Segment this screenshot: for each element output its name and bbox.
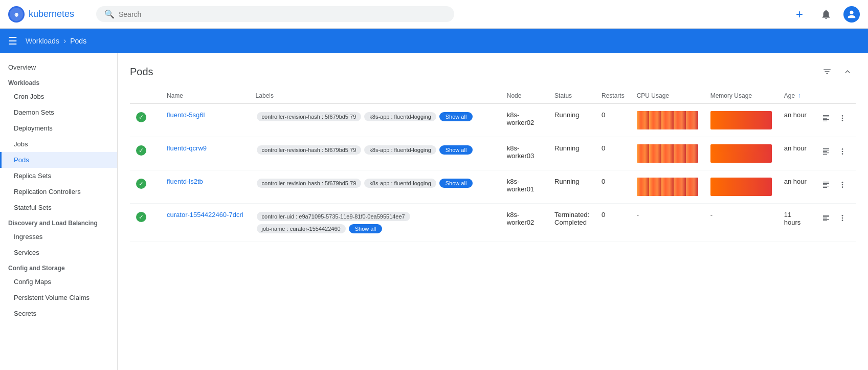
sort-arrow-icon: ↑ (797, 92, 800, 99)
pod-status-icon-cell: ✓ (130, 204, 161, 242)
search-input[interactable] (119, 10, 446, 18)
pod-restarts-cell: 0 (595, 170, 631, 204)
col-labels: Labels (250, 88, 501, 104)
pod-status-text-cell: Running (548, 170, 595, 204)
sidebar-item-jobs[interactable]: Jobs (0, 136, 117, 152)
memory-bar (710, 111, 772, 129)
pod-more-button[interactable] (835, 178, 850, 192)
pod-logs-button[interactable] (819, 144, 833, 159)
collapse-button[interactable] (839, 63, 856, 80)
pod-name-cell[interactable]: curator-1554422460-7dcrl (161, 204, 250, 242)
show-all-button[interactable]: Show all (439, 145, 473, 155)
pod-status-text-cell: Terminated: Completed (548, 204, 595, 242)
pod-status-icon: ✓ (136, 112, 146, 122)
pod-name-link[interactable]: fluentd-qcrw9 (167, 144, 207, 152)
sidebar-section-config: Config and Storage (0, 260, 117, 274)
pod-node-cell: k8s-worker02 (501, 204, 548, 242)
pod-status-icon-cell: ✓ (130, 170, 161, 204)
pod-logs-button[interactable] (819, 211, 833, 225)
top-nav: ⎈ kubernetes 🔍 + (0, 0, 868, 29)
sidebar-section-workloads: Workloads (0, 75, 117, 89)
pod-name-cell[interactable]: fluentd-ls2tb (161, 170, 250, 204)
sidebar-item-cron-jobs[interactable]: Cron Jobs (0, 89, 117, 104)
logo-text: kubernetes (29, 9, 74, 19)
table-row: ✓fluentd-ls2tbcontroller-revision-hash :… (130, 170, 856, 204)
pod-restarts-cell: 0 (595, 104, 631, 137)
pod-node-cell: k8s-worker02 (501, 104, 548, 137)
col-name-label[interactable]: Name (161, 88, 250, 104)
svg-point-9 (842, 182, 843, 183)
add-button[interactable]: + (790, 5, 809, 24)
pod-name-link[interactable]: curator-1554422460-7dcrl (167, 211, 243, 219)
notifications-button[interactable] (817, 5, 835, 24)
search-icon: 🔍 (104, 9, 115, 19)
sidebar-item-ingresses[interactable]: Ingresses (0, 229, 117, 245)
svg-point-14 (842, 220, 843, 221)
sidebar-item-stateful-sets[interactable]: Stateful Sets (0, 200, 117, 215)
sidebar: Overview Workloads Cron Jobs Daemon Sets… (0, 53, 118, 370)
pod-status-icon: ✓ (136, 145, 146, 156)
sidebar-item-daemon-sets[interactable]: Daemon Sets (0, 104, 117, 120)
col-cpu-usage: CPU Usage (631, 88, 704, 104)
pod-more-button[interactable] (835, 211, 850, 225)
sidebar-item-overview[interactable]: Overview (0, 59, 117, 75)
pod-name-cell[interactable]: fluentd-5sg6l (161, 104, 250, 137)
sidebar-item-replica-sets[interactable]: Replica Sets (0, 168, 117, 184)
pod-node-cell: k8s-worker03 (501, 137, 548, 170)
pod-memory-cell (704, 137, 778, 170)
label-chip: job-name : curator-1554422460 (257, 224, 346, 233)
nav-actions: + (790, 5, 860, 24)
hamburger-menu-icon[interactable]: ☰ (8, 35, 17, 47)
pod-age-cell: an hour (778, 104, 813, 137)
pod-status-icon-cell: ✓ (130, 104, 161, 137)
sidebar-item-services[interactable]: Services (0, 245, 117, 260)
show-all-button[interactable]: Show all (439, 112, 473, 121)
pod-actions-cell (813, 104, 856, 137)
sidebar-item-replication-controllers[interactable]: Replication Controllers (0, 184, 117, 200)
pod-actions-cell (813, 204, 856, 242)
pod-memory-cell (704, 170, 778, 204)
table-row: ✓fluentd-5sg6lcontroller-revision-hash :… (130, 104, 856, 137)
sidebar-item-deployments[interactable]: Deployments (0, 120, 117, 136)
show-all-button[interactable]: Show all (349, 224, 383, 233)
sidebar-item-pods[interactable]: Pods (0, 152, 117, 168)
sidebar-item-config-maps[interactable]: Config Maps (0, 274, 117, 290)
breadcrumb-current: Pods (70, 37, 86, 45)
svg-point-6 (842, 148, 843, 150)
pod-actions-cell (813, 170, 856, 204)
search-bar[interactable]: 🔍 (96, 6, 454, 22)
header-actions (819, 63, 856, 80)
page-title: Pods (130, 66, 153, 78)
pod-logs-button[interactable] (819, 111, 833, 125)
pod-labels-cell: controller-revision-hash : 5f679bd5 79k8… (250, 170, 501, 204)
pod-name-link[interactable]: fluentd-ls2tb (167, 178, 203, 185)
col-memory-usage: Memory Usage (704, 88, 778, 104)
pod-status-text-cell: Running (548, 137, 595, 170)
pod-labels-cell: controller-revision-hash : 5f679bd5 79k8… (250, 137, 501, 170)
label-chip: controller-revision-hash : 5f679bd5 79 (257, 112, 362, 121)
pod-name-link[interactable]: fluentd-5sg6l (167, 111, 205, 119)
sidebar-item-secrets[interactable]: Secrets (0, 306, 117, 321)
table-row: ✓curator-1554422460-7dcrlcontroller-uid … (130, 204, 856, 242)
col-node: Node (501, 88, 548, 104)
pod-labels-cell: controller-revision-hash : 5f679bd5 79k8… (250, 104, 501, 137)
svg-point-4 (842, 118, 843, 119)
pod-more-button[interactable] (835, 111, 850, 125)
breadcrumb-workloads[interactable]: Workloads (26, 37, 59, 45)
pod-node-cell: k8s-worker01 (501, 170, 548, 204)
svg-point-11 (842, 186, 843, 188)
show-all-button[interactable]: Show all (439, 179, 473, 188)
filter-button[interactable] (819, 63, 835, 80)
pod-name-cell[interactable]: fluentd-qcrw9 (161, 137, 250, 170)
pod-logs-button[interactable] (819, 178, 833, 192)
svg-point-8 (842, 153, 843, 155)
col-age[interactable]: Age ↑ (778, 88, 813, 104)
svg-text:⎈: ⎈ (14, 11, 19, 18)
pod-cpu-cell: - (631, 204, 704, 242)
pod-more-button[interactable] (835, 144, 850, 159)
sidebar-item-persistent-volume-claims[interactable]: Persistent Volume Claims (0, 290, 117, 306)
avatar[interactable] (843, 6, 860, 23)
svg-point-12 (842, 215, 843, 216)
main-content: Pods Name Labels (118, 53, 868, 370)
cpu-bar (637, 111, 698, 129)
